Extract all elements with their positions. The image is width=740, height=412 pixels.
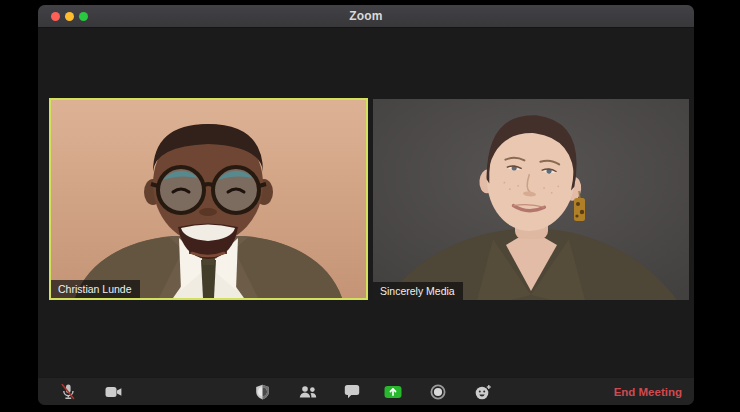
record-icon xyxy=(430,384,446,400)
minimize-window-button[interactable] xyxy=(65,12,74,21)
close-window-button[interactable] xyxy=(51,12,60,21)
end-meeting-button[interactable]: End Meeting xyxy=(608,382,688,402)
share-screen-icon xyxy=(384,385,402,399)
stop-video-button[interactable] xyxy=(98,380,128,404)
video-camera-icon xyxy=(105,386,122,398)
unmute-button[interactable] xyxy=(53,380,83,404)
video-feed-woman-smiling xyxy=(373,99,689,300)
video-feed-man-laughing xyxy=(51,100,366,298)
maximize-window-button[interactable] xyxy=(79,12,88,21)
security-button[interactable] xyxy=(247,380,277,404)
participant-name-badge: Christian Lunde xyxy=(51,280,140,299)
participants-button[interactable] xyxy=(293,380,323,404)
participant-name-badge: Sincerely Media xyxy=(373,282,463,301)
window-title: Zoom xyxy=(349,9,382,23)
reactions-icon xyxy=(474,384,492,400)
chat-icon xyxy=(344,384,360,399)
participants-icon xyxy=(299,385,317,399)
record-button[interactable] xyxy=(423,380,453,404)
video-tile-christian-lunde[interactable]: Christian Lunde xyxy=(49,98,368,300)
meeting-toolbar: End Meeting xyxy=(38,377,694,405)
reactions-button[interactable] xyxy=(468,380,498,404)
share-screen-button[interactable] xyxy=(378,380,408,404)
video-tile-sincerely-media[interactable]: Sincerely Media xyxy=(373,99,689,300)
chat-button[interactable] xyxy=(337,380,367,404)
traffic-lights xyxy=(51,5,88,27)
title-bar[interactable]: Zoom xyxy=(38,5,694,28)
zoom-app-window: Zoom xyxy=(38,5,694,405)
microphone-muted-icon xyxy=(60,383,76,400)
security-shield-icon xyxy=(255,384,270,400)
